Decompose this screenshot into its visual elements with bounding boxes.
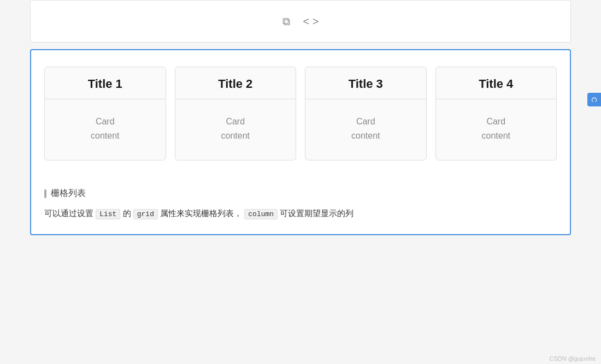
card-2-content: Cardcontent [184,115,287,142]
bottom-section: 栅格列表 可以通过设置 List 的 grid 属性来实现栅格列表， colum… [44,182,557,220]
card-4-body: Cardcontent [436,99,557,160]
card-1-title: Title 1 [54,77,157,91]
card-3-title: Title 3 [314,77,417,91]
desc-text-mid1: 的 [123,208,131,218]
card-4: Title 4 Cardcontent [435,67,557,160]
card-2-header: Title 2 [175,67,296,99]
card-1: Title 1 Cardcontent [44,67,166,160]
code-icon[interactable]: < > [303,15,319,28]
code-list: List [96,209,120,219]
desc-text-start: 可以通过设置 [44,208,93,218]
card-2-body: Cardcontent [175,99,296,160]
main-container: Title 1 Cardcontent Title 2 Cardcontent … [30,49,571,235]
card-4-content: Cardcontent [445,115,548,142]
card-4-header: Title 4 [436,67,557,99]
section-description: 可以通过设置 List 的 grid 属性来实现栅格列表， column 可设置… [44,206,557,220]
desc-text-end: 可设置期望显示的列 [280,208,353,218]
section-title: 栅格列表 [44,188,557,199]
right-tab[interactable]: C [587,93,601,106]
card-3: Title 3 Cardcontent [305,67,427,160]
card-4-title: Title 4 [445,77,548,91]
card-2-title: Title 2 [184,77,287,91]
watermark: CSDN @gujunhe [549,355,596,362]
card-3-content: Cardcontent [314,115,417,142]
card-3-header: Title 3 [305,67,426,99]
code-grid: grid [133,209,158,219]
desc-text-mid2: 属性来实现栅格列表， [160,208,242,218]
card-3-body: Cardcontent [305,99,426,160]
card-1-content: Cardcontent [54,115,157,142]
cards-grid: Title 1 Cardcontent Title 2 Cardcontent … [44,67,557,160]
top-bar: ⧉ < > [30,0,571,43]
card-1-header: Title 1 [45,67,166,99]
code-column: column [244,209,278,219]
card-1-body: Cardcontent [45,99,166,160]
copy-icon[interactable]: ⧉ [282,15,290,28]
card-2: Title 2 Cardcontent [175,67,297,160]
